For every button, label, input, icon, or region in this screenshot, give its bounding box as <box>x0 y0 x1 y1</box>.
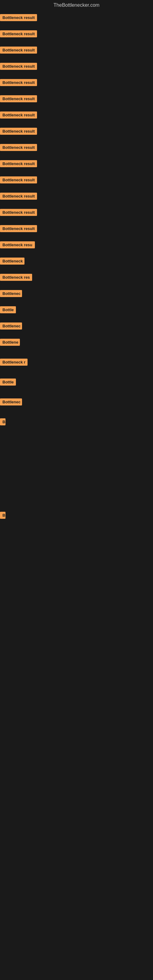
list-item <box>0 485 153 491</box>
bottleneck-badge[interactable]: Bottleneck r <box>0 359 27 366</box>
list-item: Bottleneck result <box>0 174 153 185</box>
bottleneck-badge[interactable]: Bottle <box>0 306 16 313</box>
bottleneck-badge[interactable]: Bottlenec <box>0 290 22 297</box>
list-item: Bottleneck resu <box>0 239 153 250</box>
list-item: Bottlenec <box>0 396 153 407</box>
bottleneck-badge[interactable]: Bottlenec <box>0 398 22 406</box>
bottleneck-badge[interactable]: Bottlene <box>0 339 20 346</box>
list-item: B <box>0 509 153 520</box>
list-item: Bottleneck result <box>0 93 153 103</box>
list-item: Bottleneck result <box>0 190 153 201</box>
list-item: Bottlene <box>0 336 153 347</box>
bottleneck-badge[interactable]: Bottleneck result <box>0 63 37 70</box>
list-item: Bottleneck result <box>0 28 153 38</box>
list-item: Bottleneck result <box>0 142 153 152</box>
bottleneck-badge[interactable]: Bottleneck result <box>0 209 37 216</box>
bottleneck-badge[interactable]: Bottleneck res <box>0 274 32 281</box>
list-item: Bottleneck result <box>0 12 153 22</box>
list-item <box>0 460 153 466</box>
bottleneck-badge[interactable]: Bottleneck result <box>0 14 37 21</box>
list-item: Bottleneck result <box>0 223 153 233</box>
list-item: Bottleneck result <box>0 125 153 136</box>
bottleneck-badge[interactable]: Bottleneck result <box>0 95 37 102</box>
list-item: Bottlenec <box>0 320 153 331</box>
list-item: Bottleneck result <box>0 44 153 55</box>
list-item: Bottleneck <box>0 255 153 266</box>
bottleneck-badge[interactable]: Bottleneck result <box>0 111 37 119</box>
bottleneck-badge[interactable]: Bottleneck <box>0 258 24 265</box>
list-item: Bottle <box>0 376 153 387</box>
bottleneck-badge[interactable]: Bottleneck result <box>0 46 37 54</box>
list-item: Bottleneck result <box>0 76 153 87</box>
list-item <box>0 436 153 442</box>
list-item <box>0 612 153 618</box>
bottleneck-badge[interactable]: Bottle <box>0 379 16 385</box>
bottleneck-badge[interactable]: B <box>0 418 5 425</box>
list-item: Bottlenec <box>0 288 153 298</box>
list-item: Bottleneck result <box>0 207 153 217</box>
bottleneck-badge[interactable]: Bottleneck result <box>0 177 37 183</box>
list-item: B <box>0 416 153 426</box>
bottleneck-badge[interactable]: Bottleneck result <box>0 192 37 200</box>
list-item: Bottleneck result <box>0 158 153 169</box>
list-item: Bottleneck result <box>0 60 153 71</box>
list-item: Bottleneck res <box>0 271 153 282</box>
list-item <box>0 587 153 593</box>
bottleneck-badge[interactable]: B <box>0 512 5 519</box>
bottleneck-badge[interactable]: Bottleneck result <box>0 144 37 151</box>
bottleneck-badge[interactable]: Bottleneck result <box>0 79 37 86</box>
bottleneck-badge[interactable]: Bottleneck result <box>0 128 37 135</box>
list-item <box>0 538 153 544</box>
bottleneck-badge[interactable]: Bottleneck result <box>0 160 37 167</box>
bottleneck-badge[interactable]: Bottlenec <box>0 323 22 329</box>
bottleneck-badge[interactable]: Bottleneck result <box>0 225 37 232</box>
list-item: Bottleneck result <box>0 109 153 120</box>
bottleneck-badge[interactable]: Bottleneck resu <box>0 241 35 248</box>
list-item <box>0 563 153 569</box>
bottleneck-badge[interactable]: Bottleneck result <box>0 30 37 37</box>
list-item: Bottleneck r <box>0 356 153 367</box>
site-title: TheBottlenecker.com <box>0 0 153 12</box>
list-item: Bottle <box>0 304 153 315</box>
